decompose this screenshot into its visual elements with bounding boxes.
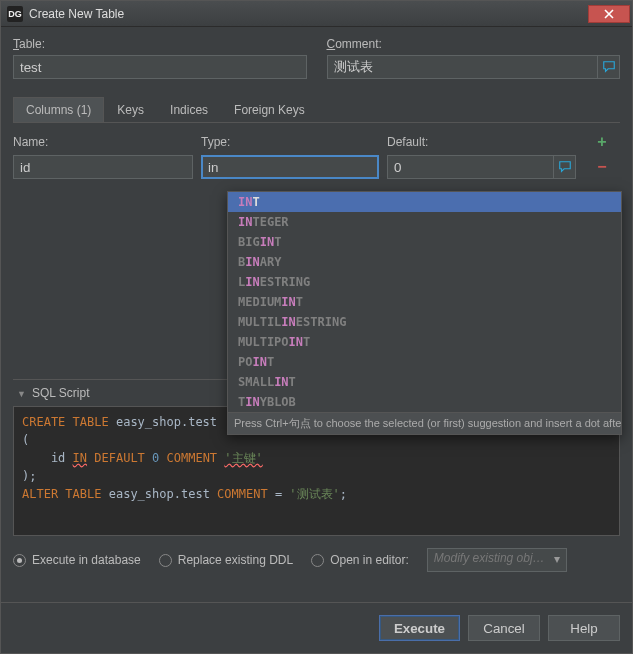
autocomplete-item[interactable]: BINARY	[228, 252, 621, 272]
autocomplete-item[interactable]: POINT	[228, 352, 621, 372]
dialog-window: DG Create New Table Table: Comment:	[0, 0, 633, 654]
radio-dot-icon	[159, 554, 172, 567]
tab-indices[interactable]: Indices	[157, 97, 221, 122]
help-button[interactable]: Help	[548, 615, 620, 641]
autocomplete-popup: INTINTEGERBIGINTBINARYLINESTRINGMEDIUMIN…	[227, 191, 622, 435]
tab-columns[interactable]: Columns (1)	[13, 97, 104, 122]
tabs: Columns (1) Keys Indices Foreign Keys	[13, 97, 620, 123]
table-row: −	[13, 155, 620, 179]
remove-column-button[interactable]: −	[597, 158, 606, 176]
radio-dot-icon	[311, 554, 324, 567]
table-field: Table:	[13, 37, 307, 79]
comment-label: Comment:	[327, 37, 621, 51]
execute-button[interactable]: Execute	[379, 615, 460, 641]
editor-action-combo[interactable]: Modify existing obj…	[427, 548, 567, 572]
autocomplete-item[interactable]: LINESTRING	[228, 272, 621, 292]
autocomplete-item[interactable]: MEDIUMINT	[228, 292, 621, 312]
column-name-input[interactable]	[13, 155, 193, 179]
autocomplete-item[interactable]: INT	[228, 192, 621, 212]
autocomplete-list: INTINTEGERBIGINTBINARYLINESTRINGMEDIUMIN…	[228, 192, 621, 412]
autocomplete-item[interactable]: TINYBLOB	[228, 392, 621, 412]
close-icon	[604, 9, 614, 19]
tab-foreign-keys[interactable]: Foreign Keys	[221, 97, 318, 122]
autocomplete-item[interactable]: SMALLINT	[228, 372, 621, 392]
titlebar[interactable]: DG Create New Table	[1, 1, 632, 27]
radio-dot-icon	[13, 554, 26, 567]
comment-expand-button[interactable]	[598, 55, 620, 79]
radio-label: Execute in database	[32, 553, 141, 567]
cancel-button[interactable]: Cancel	[468, 615, 540, 641]
radio-label: Replace existing DDL	[178, 553, 293, 567]
comment-input[interactable]	[327, 55, 599, 79]
col-header-type: Type:	[201, 135, 379, 149]
tab-keys[interactable]: Keys	[104, 97, 157, 122]
speech-bubble-icon	[602, 60, 616, 74]
add-column-button[interactable]: +	[597, 133, 606, 151]
autocomplete-item[interactable]: MULTIPOINT	[228, 332, 621, 352]
table-label: Table:	[13, 37, 307, 51]
autocomplete-item[interactable]: INTEGER	[228, 212, 621, 232]
table-input[interactable]	[13, 55, 307, 79]
autocomplete-item[interactable]: BIGINT	[228, 232, 621, 252]
radio-label: Open in editor:	[330, 553, 409, 567]
columns-table: Name: Type: Default: +	[13, 133, 620, 179]
column-default-input[interactable]	[387, 155, 554, 179]
dialog-content: Table: Comment: Columns (1) Keys Indices…	[1, 27, 632, 602]
speech-bubble-icon	[558, 160, 572, 174]
close-window-button[interactable]	[588, 5, 630, 23]
comment-field: Comment:	[327, 37, 621, 79]
column-type-input[interactable]	[201, 155, 379, 179]
autocomplete-hint: Press Ctrl+句点 to choose the selected (or…	[228, 412, 621, 434]
dialog-footer: Execute Cancel Help	[1, 602, 632, 653]
col-header-default: Default:	[387, 135, 576, 149]
radio-open-in-editor[interactable]: Open in editor:	[311, 553, 409, 567]
radio-execute-in-db[interactable]: Execute in database	[13, 553, 141, 567]
radio-replace-ddl[interactable]: Replace existing DDL	[159, 553, 293, 567]
autocomplete-item[interactable]: MULTILINESTRING	[228, 312, 621, 332]
window-title: Create New Table	[29, 7, 586, 21]
options-row: Execute in database Replace existing DDL…	[13, 536, 620, 584]
default-expand-button[interactable]	[554, 155, 576, 179]
col-header-name: Name:	[13, 135, 193, 149]
app-icon: DG	[7, 6, 23, 22]
